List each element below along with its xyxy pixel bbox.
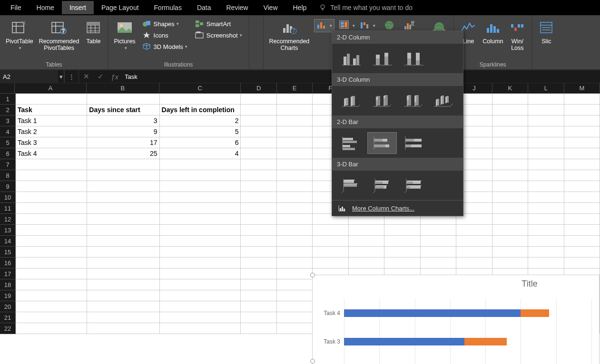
- cell[interactable]: [528, 247, 564, 258]
- cell[interactable]: [241, 126, 276, 137]
- cell[interactable]: [528, 170, 564, 181]
- cell[interactable]: [16, 94, 87, 105]
- cell[interactable]: [87, 323, 159, 334]
- cell[interactable]: [528, 214, 564, 225]
- cell[interactable]: [564, 137, 600, 148]
- cell[interactable]: [421, 258, 456, 268]
- 3d-100-stacked-bar-button[interactable]: [399, 174, 428, 196]
- cell[interactable]: [241, 279, 276, 290]
- row-header[interactable]: 13: [0, 225, 16, 236]
- cell[interactable]: [87, 203, 159, 214]
- cell[interactable]: [564, 105, 600, 115]
- 100-stacked-column-button[interactable]: [399, 48, 428, 69]
- row-header[interactable]: 22: [0, 323, 16, 334]
- cell[interactable]: [349, 236, 384, 247]
- cell[interactable]: [160, 312, 241, 323]
- cell[interactable]: Task 1: [16, 115, 87, 126]
- cell[interactable]: [564, 181, 600, 192]
- cell[interactable]: [241, 290, 276, 301]
- cell[interactable]: [456, 258, 492, 268]
- cell[interactable]: [241, 94, 276, 105]
- cell[interactable]: [492, 258, 528, 268]
- cell[interactable]: [384, 225, 420, 236]
- pictures-button[interactable]: Pictures▾: [111, 17, 138, 53]
- cell[interactable]: [277, 137, 313, 148]
- cell[interactable]: [492, 148, 528, 159]
- cell[interactable]: [160, 290, 241, 301]
- icons-button[interactable]: Icons: [140, 29, 189, 41]
- 3d-clustered-bar-button[interactable]: [336, 174, 365, 196]
- cell[interactable]: [160, 247, 241, 258]
- cell[interactable]: [528, 192, 564, 203]
- 3d-models-button[interactable]: 3D Models▾: [140, 41, 189, 52]
- cell[interactable]: [160, 323, 241, 334]
- cell[interactable]: [16, 181, 87, 192]
- cell[interactable]: [87, 312, 159, 323]
- cell[interactable]: [16, 159, 87, 170]
- cell[interactable]: [492, 115, 528, 126]
- cell[interactable]: [277, 159, 313, 170]
- cell[interactable]: [241, 148, 276, 159]
- cell[interactable]: [16, 236, 87, 247]
- cell[interactable]: [564, 247, 600, 258]
- row-header[interactable]: 7: [0, 159, 16, 170]
- cell[interactable]: [160, 258, 241, 268]
- row-header[interactable]: 6: [0, 148, 16, 159]
- cell[interactable]: [564, 236, 600, 247]
- cell[interactable]: [492, 181, 528, 192]
- cell[interactable]: [277, 105, 313, 115]
- cell[interactable]: [384, 236, 420, 247]
- cell[interactable]: [492, 236, 528, 247]
- sparkline-winloss-button[interactable]: Win/ Loss: [506, 17, 529, 53]
- tell-me-search[interactable]: Tell me what you want to do: [319, 4, 413, 11]
- cell[interactable]: [87, 236, 159, 247]
- cell[interactable]: [528, 137, 564, 148]
- cell[interactable]: [564, 203, 600, 214]
- cell[interactable]: [564, 148, 600, 159]
- 3d-stacked-bar-button[interactable]: [367, 174, 397, 196]
- cell[interactable]: 3: [87, 115, 159, 126]
- row-header[interactable]: 11: [0, 203, 16, 214]
- column-header[interactable]: L: [528, 83, 564, 94]
- cell[interactable]: [528, 258, 564, 268]
- cell[interactable]: [87, 94, 159, 105]
- cell[interactable]: [492, 214, 528, 225]
- cancel-formula-button[interactable]: ✕: [79, 72, 93, 81]
- cell[interactable]: [277, 225, 313, 236]
- column-header[interactable]: B: [87, 83, 159, 94]
- chart-bar-segment[interactable]: [521, 309, 549, 317]
- stacked-bar-button[interactable]: [367, 132, 397, 154]
- cell[interactable]: [349, 247, 384, 258]
- cell[interactable]: [241, 236, 276, 247]
- row-header[interactable]: 19: [0, 290, 16, 301]
- chart-bar-segment[interactable]: [344, 309, 521, 317]
- cell[interactable]: Task 2: [16, 126, 87, 137]
- row-header[interactable]: 3: [0, 115, 16, 126]
- cell[interactable]: 17: [87, 137, 159, 148]
- cell[interactable]: [528, 181, 564, 192]
- cell[interactable]: [87, 192, 159, 203]
- 3d-100-stacked-column-button[interactable]: [398, 90, 427, 112]
- resize-handle[interactable]: [310, 273, 315, 278]
- cell[interactable]: [16, 323, 87, 334]
- tab-view[interactable]: View: [256, 1, 285, 14]
- cell[interactable]: [241, 115, 276, 126]
- cell[interactable]: [277, 236, 313, 247]
- cell[interactable]: [87, 258, 159, 268]
- cell[interactable]: [160, 159, 241, 170]
- cell[interactable]: [87, 225, 159, 236]
- cell[interactable]: [16, 247, 87, 258]
- row-header[interactable]: 2: [0, 105, 16, 115]
- recommended-charts-button[interactable]: ? Recommended Charts: [266, 17, 313, 53]
- cell[interactable]: [87, 247, 159, 258]
- cell[interactable]: [241, 225, 276, 236]
- cell[interactable]: [313, 258, 348, 268]
- cell[interactable]: [528, 94, 564, 105]
- column-header[interactable]: C: [159, 83, 241, 94]
- cell[interactable]: 4: [160, 148, 241, 159]
- tab-help[interactable]: Help: [285, 1, 315, 14]
- more-column-charts-button[interactable]: More Column Charts...: [332, 200, 463, 216]
- cell[interactable]: [160, 214, 241, 225]
- cell[interactable]: [160, 225, 241, 236]
- slicer-button[interactable]: Slic: [535, 17, 558, 47]
